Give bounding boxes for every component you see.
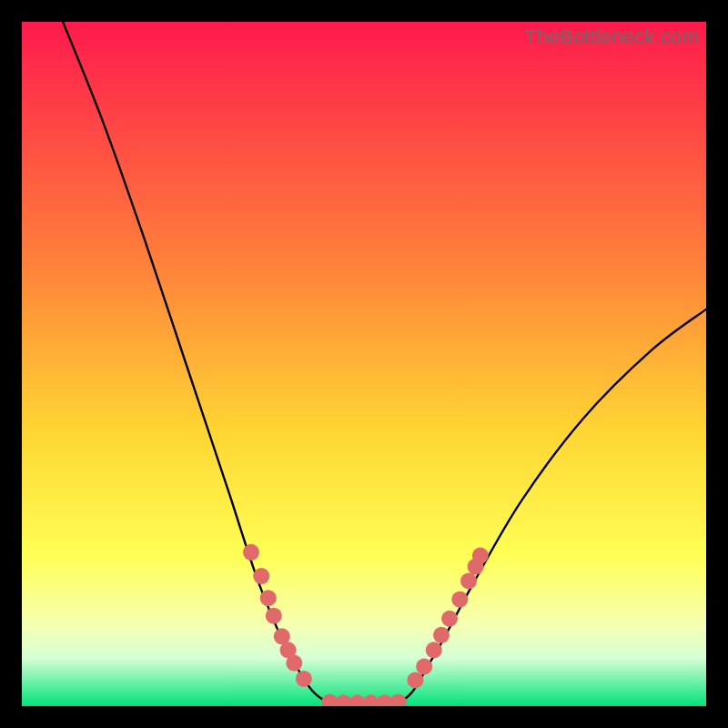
data-dot (441, 611, 458, 627)
data-dot (407, 672, 423, 688)
data-dot (260, 590, 277, 606)
data-dot (460, 572, 477, 589)
data-dot (296, 671, 312, 687)
data-dot (426, 642, 442, 658)
data-dot (253, 568, 269, 584)
data-dot (451, 592, 468, 608)
gradient-bg (22, 22, 706, 706)
data-dot (286, 655, 302, 672)
data-dot (472, 548, 489, 564)
chart-svg (22, 22, 706, 706)
data-dot (433, 627, 450, 643)
data-dot (243, 544, 259, 561)
chart-frame: TheBottleneck.com (22, 22, 706, 706)
data-dot (416, 658, 432, 674)
watermark-text: TheBottleneck.com (524, 25, 699, 49)
data-dot (266, 608, 282, 624)
